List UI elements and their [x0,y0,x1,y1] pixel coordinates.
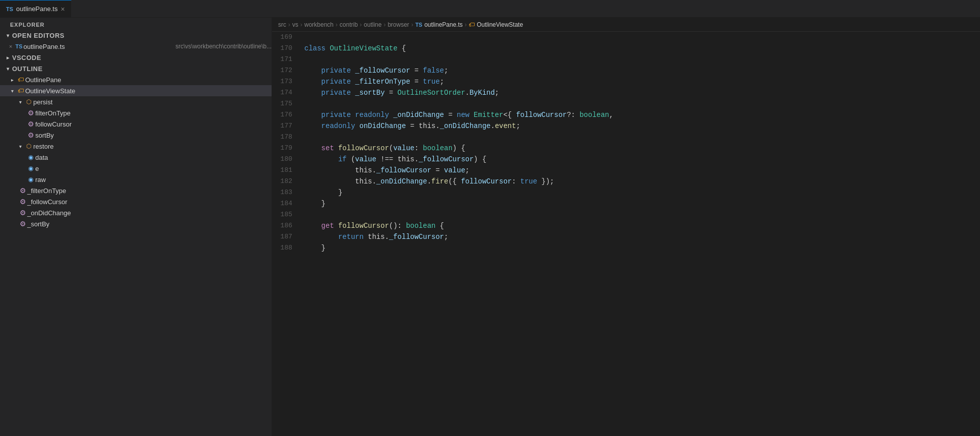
sep7: › [465,21,467,28]
outlinePane-name: OutlinePane [25,76,272,84]
line-num-188: 188 [272,242,302,254]
code-editor[interactable]: 169 170 class OutlineViewState { 171 172… [272,32,980,436]
outline-item-raw[interactable]: ◉ raw [0,174,272,185]
persist-chevron [16,98,24,106]
breadcrumb-outline: outline [364,21,381,28]
breadcrumb: src › vs › workbench › contrib › outline… [272,18,980,32]
line-content-172: private _followCursor = false; [302,65,980,76]
property-icon-_filterOnType: ⚙ [18,186,27,195]
breadcrumb-browser: browser [387,21,409,28]
_filterOnType-name: _filterOnType [27,187,272,195]
breadcrumb-src: src [278,21,286,28]
line-content-173: private _filterOnType = true; [302,76,980,87]
code-line-181: 181 this._followCursor = value; [272,165,980,176]
code-line-171: 171 [272,54,980,65]
outline-item-sortBy[interactable]: ⚙ sortBy [0,130,272,141]
outline-header[interactable]: OUTLINE [0,63,272,74]
line-num-170: 170 [272,43,302,54]
vscode-header[interactable]: VSCODE [0,52,272,63]
open-editors-header[interactable]: OPEN EDITORS [0,30,272,41]
code-line-169: 169 [272,32,980,43]
code-line-188: 188 } [272,242,980,254]
code-line-172: 172 private _followCursor = false; [272,65,980,76]
sep6: › [411,21,413,28]
outline-item-_onDidChange[interactable]: ⚙ _onDidChange [0,207,272,218]
tab-outlinePane[interactable]: TS outlinePane.ts × [0,0,72,17]
outline-item-data[interactable]: ◉ data [0,152,272,163]
line-num-181: 181 [272,165,302,176]
outline-item-filterOnType[interactable]: ⚙ filterOnType [0,107,272,118]
open-editors-label: OPEN EDITORS [12,32,64,39]
line-num-177: 177 [272,120,302,132]
breadcrumb-class-icon: 🏷 [469,21,475,28]
outline-item-_filterOnType[interactable]: ⚙ _filterOnType [0,185,272,196]
close-file-icon[interactable]: × [9,43,12,49]
property-icon-sortBy: ⚙ [26,131,35,140]
outline-item-persist[interactable]: ⬡ persist [0,96,272,107]
outline-item-outlineViewState[interactable]: 🏷 OutlineViewState [0,85,272,96]
line-num-183: 183 [272,187,302,198]
object-icon-restore: ⬡ [24,142,33,151]
breadcrumb-contrib: contrib [340,21,358,28]
outline-label: OUTLINE [12,65,43,73]
sep4: › [360,21,362,28]
property-icon-_onDidChange: ⚙ [18,208,27,217]
outline-item-_followCursor[interactable]: ⚙ _followCursor [0,196,272,207]
code-line-182: 182 this._onDidChange.fire({ followCurso… [272,176,980,187]
tab-close-icon[interactable]: × [60,5,64,13]
line-num-173: 173 [272,76,302,87]
code-line-174: 174 private _sortBy = OutlineSortOrder.B… [272,87,980,98]
outline-item-e[interactable]: ◉ e [0,163,272,174]
line-num-179: 179 [272,143,302,154]
object-icon-persist: ⬡ [24,97,33,106]
tab-label: outlinePane.ts [16,5,57,13]
line-content-181: this._followCursor = value; [302,165,980,176]
line-content-177: readonly onDidChange = this._onDidChange… [302,120,980,132]
restore-chevron [16,142,24,150]
code-line-173: 173 private _filterOnType = true; [272,76,980,87]
code-line-186: 186 get followCursor(): boolean { [272,220,980,231]
outline-item-restore[interactable]: ⬡ restore [0,141,272,152]
sep2: › [300,21,302,28]
code-line-184: 184 } [272,198,980,209]
outline-item-followCursor[interactable]: ⚙ followCursor [0,118,272,130]
breadcrumb-ts-label: TS [415,22,422,28]
outline-item-_sortBy[interactable]: ⚙ _sortBy [0,218,272,229]
outline-chevron [4,65,12,73]
property-icon-_followCursor: ⚙ [18,197,27,206]
line-num-182: 182 [272,176,302,187]
line-content-183: } [302,187,980,198]
line-num-175: 175 [272,98,302,109]
_followCursor-name: _followCursor [27,198,272,206]
line-num-171: 171 [272,54,302,65]
code-line-180: 180 if (value !== this._followCursor) { [272,154,980,165]
line-num-187: 187 [272,231,302,242]
open-editor-item-outlinePane[interactable]: × TS outlinePane.ts src\vs\workbench\con… [0,41,272,52]
_sortBy-name: _sortBy [27,220,272,228]
main-layout: EXPLORER OPEN EDITORS × TS outlinePane.t… [0,18,980,436]
ts-badge: TS [6,6,13,12]
code-line-179: 179 set followCursor(value: boolean) { [272,143,980,154]
vscode-label: VSCODE [12,54,41,61]
line-content-184: } [302,198,980,209]
code-line-183: 183 } [272,187,980,198]
vscode-chevron [4,53,12,61]
property-icon-followCursor: ⚙ [26,119,35,129]
open-editor-filename: outlinePane.ts [23,43,172,50]
e-name: e [35,165,272,172]
sep1: › [288,21,290,28]
raw-name: raw [35,176,272,183]
code-line-170: 170 class OutlineViewState { [272,43,980,54]
tab-bar: TS outlinePane.ts × [0,0,980,18]
outlineViewState-name: OutlineViewState [25,87,272,95]
outline-item-outlinePane[interactable]: 🏷 OutlinePane [0,74,272,85]
line-content-188: } [302,242,980,254]
followCursor-name: followCursor [35,120,272,128]
line-content-176: private readonly _onDidChange = new Emit… [302,109,980,120]
code-line-187: 187 return this._followCursor; [272,231,980,242]
line-content-180: if (value !== this._followCursor) { [302,154,980,165]
outlineViewState-chevron [8,87,16,95]
breadcrumb-vs: vs [292,21,298,28]
field-icon-data: ◉ [26,153,35,162]
sortBy-name: sortBy [35,132,272,139]
